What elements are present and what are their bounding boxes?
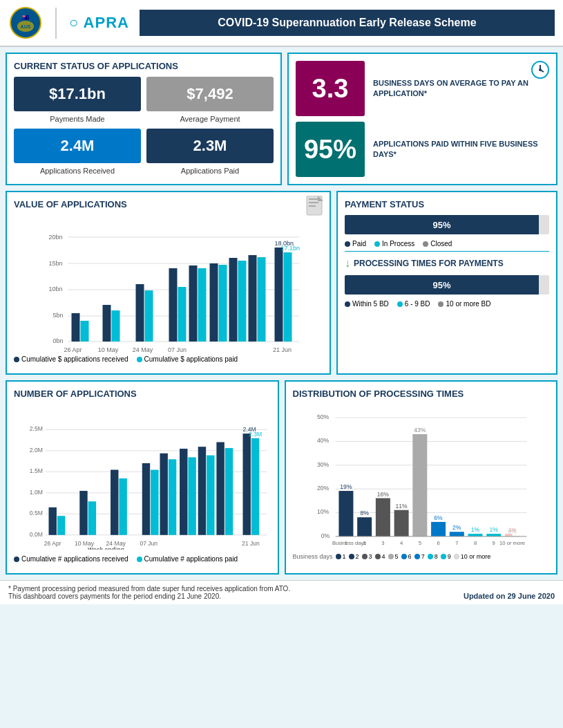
legend-closed-text: Closed xyxy=(430,240,452,248)
distribution-chart-card: DISTRIBUTION OF PROCESSING TIMES 0% 10% … xyxy=(285,380,558,575)
svg-rect-31 xyxy=(178,287,187,342)
svg-rect-74 xyxy=(198,447,206,535)
svg-text:8: 8 xyxy=(473,540,476,546)
value-chart-legend: Cumulative $ applications received Cumul… xyxy=(14,355,323,363)
svg-rect-62 xyxy=(48,507,56,535)
svg-rect-37 xyxy=(238,261,247,342)
svg-rect-76 xyxy=(216,442,224,535)
processing-times-label: PROCESSING TIMES FOR PAYMENTS xyxy=(354,259,504,268)
value-chart-svg: 0bn 5bn 10bn 15bn 20bn xyxy=(14,215,323,353)
svg-text:26 Apr: 26 Apr xyxy=(64,346,82,353)
svg-text:21 Jun: 21 Jun xyxy=(273,346,292,353)
current-status-title: CURRENT STATUS OF APPLICATIONS xyxy=(14,61,274,71)
dist-legend-3: 3 xyxy=(362,553,372,560)
legend-dot-num-paid xyxy=(137,557,142,562)
svg-text:Week ending: Week ending xyxy=(111,353,149,353)
svg-text:1%: 1% xyxy=(470,526,479,533)
svg-text:5: 5 xyxy=(418,540,421,546)
svg-rect-65 xyxy=(88,501,96,535)
svg-text:19%: 19% xyxy=(340,483,352,490)
payment-status-legend: Paid In Process Closed xyxy=(345,240,549,248)
number-chart-title: NUMBER OF APPLICATIONS xyxy=(14,389,271,399)
svg-rect-38 xyxy=(249,255,257,342)
svg-rect-69 xyxy=(151,470,158,535)
processing-legend: Within 5 BD 6 - 9 BD 10 or more BD xyxy=(345,300,549,308)
svg-text:1.5M: 1.5M xyxy=(30,467,43,474)
number-chart-svg: 0.0M 0.5M 1.0M 1.5M 2.0M 2.5M xyxy=(14,404,271,550)
svg-text:0bn: 0bn xyxy=(53,337,64,344)
number-chart-card: NUMBER OF APPLICATIONS 0.0M 0.5M 1.0M 1.… xyxy=(6,380,279,575)
svg-rect-75 xyxy=(207,456,214,535)
svg-rect-120 xyxy=(504,534,512,536)
svg-rect-28 xyxy=(136,284,144,342)
legend-10bd-item: 10 or more BD xyxy=(438,300,490,308)
payment-status-bar: 95% xyxy=(345,215,539,234)
average-payment-label: Average Payment xyxy=(180,115,240,123)
average-payment-value: $7,492 xyxy=(146,77,274,111)
svg-text:07 Jun: 07 Jun xyxy=(168,346,187,353)
svg-rect-33 xyxy=(198,268,207,342)
svg-text:30%: 30% xyxy=(316,461,329,468)
logo-divider xyxy=(55,8,57,39)
svg-rect-39 xyxy=(258,257,266,342)
legend-num-paid-label: Cumulative # applications paid xyxy=(144,555,238,563)
legend-dot-received xyxy=(14,357,19,362)
svg-rect-11 xyxy=(309,205,316,207)
svg-text:2.5M: 2.5M xyxy=(30,425,43,432)
svg-rect-104 xyxy=(375,498,390,536)
dist-legend-2: 2 xyxy=(349,553,359,560)
svg-text:26 Apr: 26 Apr xyxy=(44,540,61,547)
divider xyxy=(345,251,549,252)
paper-icon xyxy=(305,196,326,222)
svg-text:8%: 8% xyxy=(360,510,369,516)
legend-5bd-text: Within 5 BD xyxy=(352,300,389,308)
distribution-chart-svg: 0% 10% 20% 30% 40% 50% 19% 8% xyxy=(293,404,550,550)
svg-rect-36 xyxy=(229,258,238,342)
header-title: COVID-19 Superannuation Early Release Sc… xyxy=(140,10,555,36)
svg-rect-67 xyxy=(119,478,126,535)
svg-text:2.0M: 2.0M xyxy=(30,447,43,454)
svg-rect-34 xyxy=(210,263,218,342)
legend-dot-paid xyxy=(137,357,142,362)
legend-inprocess-item: In Process xyxy=(374,240,414,248)
svg-rect-25 xyxy=(81,321,89,342)
svg-rect-63 xyxy=(57,516,65,535)
legend-10bd-dot xyxy=(438,301,443,307)
svg-text:15bn: 15bn xyxy=(49,260,63,267)
svg-text:0.5M: 0.5M xyxy=(30,510,43,516)
business-days-row: 3.3 BUSINESS DAYS ON AVERAGE TO PAY AN A… xyxy=(296,61,549,116)
legend-paid-label: Cumulative $ applications paid xyxy=(144,355,238,363)
svg-rect-27 xyxy=(112,310,120,342)
svg-rect-9 xyxy=(309,198,318,200)
svg-text:Business days: Business days xyxy=(332,540,365,546)
apps-paid-value: 2.3M xyxy=(146,129,274,163)
legend-paid: Cumulative $ applications paid xyxy=(137,355,238,363)
svg-text:07 Jun: 07 Jun xyxy=(140,540,158,547)
svg-rect-42 xyxy=(284,252,292,342)
dist-legend-4: 4 xyxy=(375,553,385,560)
svg-rect-114 xyxy=(468,534,482,536)
average-payment-stat: $7,492 Average Payment xyxy=(146,77,274,123)
svg-text:4: 4 xyxy=(399,540,403,546)
top-row: CURRENT STATUS OF APPLICATIONS $17.1bn P… xyxy=(6,53,557,185)
legend-paid-dot xyxy=(345,241,350,247)
legend-closed-item: Closed xyxy=(423,240,452,248)
svg-text:0%: 0% xyxy=(321,532,330,539)
dist-legend-10: 10 or more xyxy=(454,553,491,560)
legend-inprocess-text: In Process xyxy=(382,240,414,248)
svg-text:43%: 43% xyxy=(414,427,426,433)
svg-text:1%: 1% xyxy=(489,526,498,533)
distribution-legend: Business days 1 2 3 4 5 6 7 8 9 10 or mo… xyxy=(293,553,550,560)
business-days-desc: BUSINESS DAYS ON AVERAGE TO PAY AN APPLI… xyxy=(373,78,549,100)
pct-within-desc: APPLICATIONS PAID WITHIN FIVE BUSINESS D… xyxy=(373,139,549,160)
svg-rect-35 xyxy=(219,265,227,342)
svg-text:2: 2 xyxy=(363,540,365,546)
svg-text:9: 9 xyxy=(492,540,495,546)
svg-text:3: 3 xyxy=(381,540,384,546)
svg-rect-40 xyxy=(275,248,283,342)
svg-rect-68 xyxy=(142,463,150,535)
legend-5bd-dot xyxy=(345,301,350,307)
svg-rect-72 xyxy=(180,449,187,535)
svg-text:40%: 40% xyxy=(316,437,329,444)
dist-legend-8: 8 xyxy=(428,553,438,560)
